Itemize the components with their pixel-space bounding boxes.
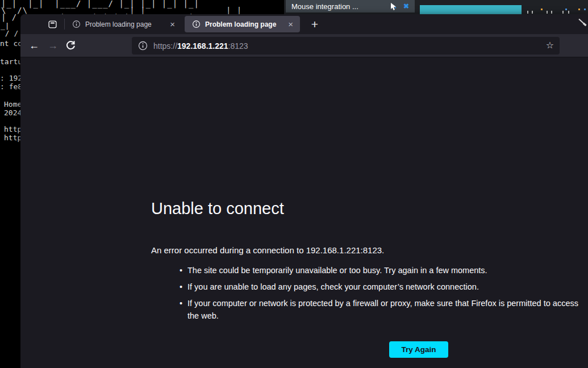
url-text: https://192.168.1.221:8123 [153,41,248,51]
ascii-art-left-edge: _| / / [1,22,18,37]
error-suggestion: If your computer or network is protected… [187,297,581,322]
url-host: 192.168.1.221 [177,41,228,51]
try-again-button[interactable]: Try Again [389,341,448,358]
error-title: Unable to connect [151,199,284,218]
clipped-favicon-fragment [565,9,567,10]
terminal-text-fragment: http [4,125,22,133]
firefox-view-icon [48,20,57,29]
close-icon[interactable]: × [287,20,294,28]
firefox-window: Problem loading page × Problem loading p… [20,14,588,368]
new-tab-button[interactable]: + [307,17,322,32]
background-teal-titlebar [420,5,522,14]
clipped-text-fragment [562,11,564,14]
info-icon [138,41,148,51]
info-icon [72,20,81,28]
url-bar[interactable]: https://192.168.1.221:8123 ☆ [132,37,560,55]
error-message: An error occurred during a connection to… [151,245,384,255]
url-port: :8123 [228,41,248,51]
terminal-text-fragment: 2024 [4,108,22,117]
error-page: Unable to connect An error occurred duri… [20,57,588,368]
vm-notification-title: Mouse integration ... [286,2,390,11]
clipped-favicon-fragment [584,9,586,10]
terminal-text-fragment: : 192 [0,74,22,82]
tab-problem-loading-page-2-active[interactable]: Problem loading page × [185,16,300,32]
tab-problem-loading-page-1[interactable]: Problem loading page × [65,14,182,34]
tab-bar: Problem loading page × Problem loading p… [20,14,588,34]
terminal-text-fragment: Home [4,100,22,108]
vm-close-icon[interactable]: ✖ [403,2,409,10]
clipped-text-fragment [547,11,548,14]
terminal-text-fragment: http [4,133,22,142]
reload-button[interactable] [65,39,77,52]
url-scheme: https:// [153,41,177,51]
bookmark-star-icon[interactable]: ☆ [546,40,554,51]
clipped-text-fragment [568,11,569,14]
mouse-pointer-icon [390,2,398,11]
navigation-toolbar: ← → https://192.168.1.221:8123 ☆ [20,34,588,57]
firefox-view-button[interactable] [45,19,59,30]
tab-label: Problem loading page [205,20,287,28]
mouse-cursor [577,18,588,29]
vm-mouse-integration-bar: Mouse integration ... ✖ [286,0,415,12]
clipped-favicon-fragment [578,9,580,10]
error-suggestion: The site could be temporarily unavailabl… [187,264,581,277]
forward-button: → [46,39,60,52]
info-icon [192,20,201,28]
error-suggestion-list: The site could be temporarily unavailabl… [187,264,581,326]
back-button[interactable]: ← [27,39,41,52]
reload-icon [65,39,76,51]
desktop: { "terminal": { "ascii_line1": "|_| |_| … [0,0,588,368]
clipped-favicon-fragment [541,9,543,10]
clipped-text-fragment [532,11,533,14]
close-icon[interactable]: × [169,20,176,28]
clipped-text-fragment [551,11,552,14]
error-suggestion: If you are unable to load any pages, che… [187,281,581,293]
tab-label: Problem loading page [85,20,169,28]
clipped-text-fragment [527,11,528,14]
